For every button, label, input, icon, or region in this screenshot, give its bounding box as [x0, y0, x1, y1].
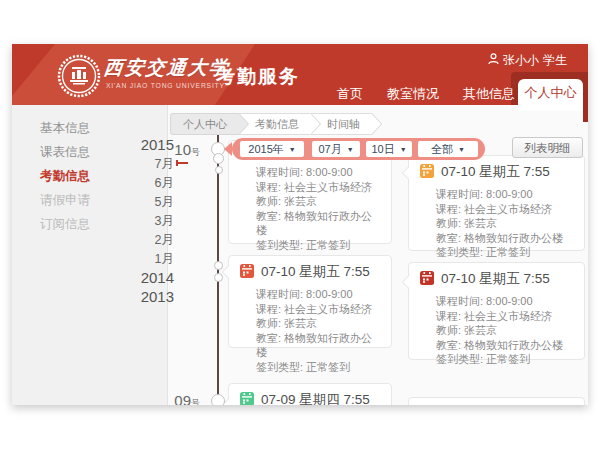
card-line: 教师: 张芸京	[436, 323, 576, 338]
timeline-year-2013[interactable]: 2013	[112, 289, 174, 305]
nav-tab-personal-center[interactable]: 个人中心	[518, 79, 583, 111]
timeline-month-5[interactable]: 5月	[112, 194, 174, 210]
calendar-icon	[240, 392, 254, 406]
card-title: 07-10 星期五 7:55	[441, 270, 550, 288]
sidebar-item-attendance-info[interactable]: 考勤信息	[40, 168, 120, 184]
chevron-down-icon: ▼	[347, 146, 354, 153]
breadcrumb: 个人中心 考勤信息 时间轴	[170, 113, 372, 133]
active-tab-ribbon-edge	[583, 105, 588, 122]
month-dropdown[interactable]: 07月 ▼	[312, 141, 360, 157]
card-line: 课程时间: 8:00-9:00	[256, 165, 383, 180]
card-line: 签到类型: 正常签到	[436, 245, 576, 260]
card-line: 教师: 张芸京	[256, 316, 383, 331]
chevron-down-icon: ▼	[458, 146, 465, 153]
card-line: 课程: 社会主义市场经济	[256, 302, 383, 317]
attendance-card-right-bottom[interactable]	[408, 397, 585, 405]
current-month-marker	[178, 162, 188, 164]
service-title: 考勤服务	[216, 64, 300, 90]
timeline-node-bottom[interactable]	[211, 394, 225, 405]
nav-item-home[interactable]: 首页	[337, 85, 363, 103]
calendar-icon	[240, 264, 254, 281]
type-dropdown[interactable]: 全部 ▼	[418, 141, 478, 157]
card-line: 教室: 格物致知行政办公楼	[256, 209, 383, 238]
card-title: 07-09 星期四 7:55	[261, 391, 370, 405]
card-title: 07-10 星期五 7:55	[441, 163, 550, 181]
card-line: 课程时间: 8:00-9:00	[256, 287, 383, 302]
chevron-down-icon: ▼	[400, 146, 407, 153]
breadcrumb-personal-center[interactable]: 个人中心	[170, 113, 239, 135]
day-marker-10: 10号	[142, 141, 200, 159]
card-line: 签到类型: 正常签到	[256, 360, 383, 375]
card-line: 课程: 社会主义市场经济	[256, 180, 383, 195]
main-nav: 首页 教室情况 其他信息	[337, 85, 515, 103]
user-icon	[488, 53, 499, 68]
breadcrumb-attendance-info[interactable]: 考勤信息	[239, 113, 311, 135]
user-role: 学生	[543, 52, 567, 69]
card-line: 课程时间: 8:00-9:00	[436, 294, 576, 309]
timeline-month-1[interactable]: 1月	[112, 251, 174, 267]
day-marker-09: 09号	[142, 392, 200, 405]
timeline-month-2[interactable]: 2月	[112, 232, 174, 248]
card-line: 教室: 格物致知行政办公楼	[436, 231, 576, 246]
timeline-year-2014[interactable]: 2014	[112, 270, 174, 286]
nav-item-classrooms[interactable]: 教室情况	[387, 85, 439, 103]
calendar-icon	[420, 271, 434, 288]
calendar-icon	[420, 164, 434, 181]
card-line: 教室: 格物致知行政办公楼	[436, 338, 576, 353]
user-name: 张小小	[503, 52, 539, 69]
card-line: 课程: 社会主义市场经济	[436, 202, 576, 217]
year-dropdown[interactable]: 2015年 ▼	[240, 141, 304, 157]
nav-item-other-info[interactable]: 其他信息	[463, 85, 515, 103]
card-line: 签到类型: 正常签到	[436, 352, 576, 367]
card-title: 07-10 星期五 7:55	[261, 263, 370, 281]
timeline-node-medium[interactable]	[213, 153, 224, 164]
sidebar-item-subscription-info[interactable]: 订阅信息	[40, 216, 120, 232]
attendance-card-right-top[interactable]: 07-10 星期五 7:55 课程时间: 8:00-9:00 课程: 社会主义市…	[408, 155, 585, 251]
timeline-month-3[interactable]: 3月	[112, 213, 174, 229]
card-line: 签到类型: 正常签到	[256, 238, 383, 253]
card-line: 教师: 张芸京	[256, 194, 383, 209]
timeline-month-6[interactable]: 6月	[112, 175, 174, 191]
date-filter-bar: 2015年 ▼ 07月 ▼ 10日 ▼ 全部 ▼	[232, 138, 485, 160]
timeline-node-small-3[interactable]	[214, 273, 223, 282]
sidebar-item-basic-info[interactable]: 基本信息	[40, 120, 120, 136]
day-dropdown[interactable]: 10日 ▼	[366, 141, 412, 157]
card-line: 课程: 社会主义市场经济	[436, 309, 576, 324]
list-detail-button[interactable]: 列表明细	[512, 137, 583, 158]
app-frame: 西安交通大学 XI'AN JIAO TONG UNIVERSITY 考勤服务 张…	[12, 44, 588, 405]
card-line: 教室: 格物致知行政办公楼	[256, 331, 383, 360]
attendance-card-left-bottom[interactable]: 07-09 星期四 7:55	[228, 383, 392, 405]
chevron-down-icon: ▼	[289, 146, 296, 153]
sidebar-item-leave-request[interactable]: 请假申请	[40, 192, 120, 208]
timeline-node-small-1[interactable]	[215, 166, 223, 174]
sidebar-item-schedule-info[interactable]: 课表信息	[40, 144, 120, 160]
university-logo	[56, 53, 102, 103]
university-name-cn: 西安交通大学	[103, 55, 232, 81]
timeline-node-small-2[interactable]	[214, 261, 223, 270]
attendance-card-right-middle[interactable]: 07-10 星期五 7:55 课程时间: 8:00-9:00 课程: 社会主义市…	[408, 262, 585, 360]
university-name-en: XI'AN JIAO TONG UNIVERSITY	[106, 82, 225, 89]
card-line: 课程时间: 8:00-9:00	[436, 187, 576, 202]
card-line: 教师: 张芸京	[436, 216, 576, 231]
user-info[interactable]: 张小小 学生	[488, 52, 567, 69]
attendance-card-left-middle[interactable]: 07-10 星期五 7:55 课程时间: 8:00-9:00 课程: 社会主义市…	[228, 255, 392, 348]
